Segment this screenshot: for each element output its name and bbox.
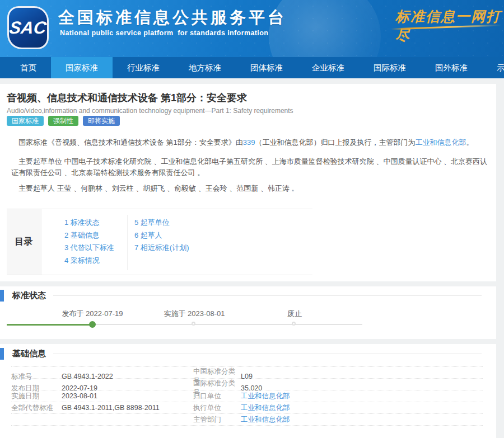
p1-text-mid: （工业和信息化部）归口上报及执行，主管部门为 bbox=[255, 138, 416, 147]
intro-paragraph-3: 主要起草人 王莹 、何鹏林 、刘云柱 、胡妍飞 、俞毅敏 、王会玲 、范国新 、… bbox=[11, 183, 488, 194]
content-card: 音视频、信息技术和通信技术设备 第1部分：安全要求 Audio/video,in… bbox=[0, 84, 496, 438]
badge-mandatory: 强制性 bbox=[48, 116, 78, 126]
main-nav: 首页国家标准行业标准地方标准团体标准企业标准国际标准国外标准示范试点技术委员会 bbox=[0, 57, 504, 78]
badge-upcoming-implementation: 即将实施 bbox=[83, 116, 120, 126]
section-header-basic: 基础信息 bbox=[0, 348, 496, 360]
field-value-link[interactable]: 工业和信息化部 bbox=[241, 416, 290, 423]
field-label: 归口单位 bbox=[193, 392, 241, 401]
status-timeline: 发布于 2022-07-19实施于 2023-08-01废止 bbox=[7, 308, 371, 333]
section-accent-bar bbox=[0, 290, 4, 302]
section-separator bbox=[0, 339, 504, 344]
field-value: GB 4943.1-2022 bbox=[62, 373, 193, 380]
toc-link[interactable]: 3 代替以下标准 bbox=[64, 243, 114, 252]
section-accent-bar bbox=[0, 348, 4, 360]
toc-link[interactable]: 5 起草单位 bbox=[134, 218, 170, 227]
toc-link[interactable]: 2 基础信息 bbox=[64, 231, 100, 239]
nav-item-local-standard[interactable]: 地方标准 bbox=[174, 57, 236, 78]
intro-paragraph-1: 国家标准《音视频、信息技术和通信技术设备 第1部分：安全要求》由339（工业和信… bbox=[11, 137, 488, 148]
timeline-dot-pending bbox=[192, 322, 195, 326]
section-title-status: 标准状态 bbox=[12, 290, 46, 301]
toc-link[interactable]: 7 相近标准(计划) bbox=[134, 243, 189, 252]
section-title-basic: 基础信息 bbox=[12, 348, 46, 359]
nav-item-foreign-standard[interactable]: 国外标准 bbox=[421, 57, 482, 78]
table-row: 主管部门工业和信息化部 bbox=[11, 414, 483, 426]
timeline-label: 实施于 2023-08-01 bbox=[164, 309, 225, 319]
link-339[interactable]: 339 bbox=[243, 138, 255, 147]
nav-item-home[interactable]: 首页 bbox=[6, 57, 51, 78]
field-value-link[interactable]: 工业和信息化部 bbox=[241, 404, 290, 412]
toc-link[interactable]: 6 起草人 bbox=[134, 231, 162, 239]
timeline-progress bbox=[7, 324, 92, 326]
nav-item-international-standard[interactable]: 国际标准 bbox=[359, 57, 421, 78]
timeline-label: 发布于 2022-07-19 bbox=[62, 309, 123, 319]
standard-title-cn: 音视频、信息技术和通信技术设备 第1部分：安全要求 bbox=[7, 91, 247, 105]
intro-paragraph-2: 主要起草单位 中国电子技术标准化研究院 、工业和信息化部电子第五研究所 、上海市… bbox=[11, 156, 488, 178]
field-value: L09 bbox=[241, 373, 483, 380]
field-value: 工业和信息化部 bbox=[241, 403, 483, 413]
nav-item-demonstration-pilot[interactable]: 示范试点 bbox=[482, 57, 504, 78]
toc-divider bbox=[127, 215, 128, 270]
section-rule bbox=[53, 295, 482, 296]
field-value-link[interactable]: 工业和信息化部 bbox=[241, 392, 290, 400]
section-header-status: 标准状态 bbox=[0, 290, 496, 302]
sac-logo-text: SAC bbox=[8, 18, 48, 38]
table-row: 标准号GB 4943.1-2022中国标准分类号L09 bbox=[11, 367, 483, 379]
toc-column-1: 1 标准状态2 基础信息3 代替以下标准4 采标情况 bbox=[64, 216, 114, 267]
page: SAC 全国标准信息公共服务平台 National public service… bbox=[0, 0, 504, 438]
timeline-dot-pending bbox=[292, 322, 296, 326]
field-value: 工业和信息化部 bbox=[241, 415, 483, 425]
link-ministry[interactable]: 工业和信息化部 bbox=[416, 138, 466, 147]
toc-column-2: 5 起草单位6 起草人7 相近标准(计划) bbox=[134, 216, 189, 255]
field-label: 标准号 bbox=[11, 372, 62, 382]
timeline-label: 废止 bbox=[287, 309, 302, 319]
p1-text: 国家标准《音视频、信息技术和通信技术设备 第1部分：安全要求》由 bbox=[18, 138, 243, 147]
nav-item-national-standard[interactable]: 国家标准 bbox=[51, 57, 113, 78]
platform-title-en: National public service platform for sta… bbox=[60, 29, 268, 37]
toc-link[interactable]: 1 标准状态 bbox=[64, 218, 100, 227]
standard-title-en: Audio/video,information and communicatio… bbox=[7, 107, 293, 115]
timeline-dot-done bbox=[89, 321, 96, 328]
toc-box: 目录 1 标准状态2 基础信息3 代替以下标准4 采标情况 5 起草单位6 起草… bbox=[7, 209, 312, 275]
p1-text-end: 。 bbox=[466, 138, 474, 147]
field-value: 2022-07-19 bbox=[62, 384, 193, 392]
badge-group: 国家标准强制性即将实施 bbox=[7, 116, 120, 126]
nav-item-group-standard[interactable]: 团体标准 bbox=[236, 57, 297, 78]
section-rule bbox=[53, 354, 482, 354]
toc-label: 目录 bbox=[7, 209, 41, 275]
sac-logo[interactable]: SAC bbox=[7, 6, 49, 49]
table-row: 实施日期2023-08-01归口单位工业和信息化部 bbox=[11, 390, 483, 402]
field-label: 主管部门 bbox=[193, 415, 241, 425]
field-value: GB 4943.1-2011,GB 8898-2011 bbox=[62, 404, 193, 412]
field-label: 全部代替标准 bbox=[11, 403, 62, 413]
field-label: 执行单位 bbox=[193, 403, 241, 413]
platform-title-cn: 全国标准信息公共服务平台 bbox=[58, 7, 287, 29]
table-row: 全部代替标准GB 4943.1-2011,GB 8898-2011执行单位工业和… bbox=[11, 402, 483, 414]
table-row: 发布日期2022-07-19国际标准分类号35.020 bbox=[11, 379, 483, 390]
field-label: 实施日期 bbox=[11, 392, 62, 401]
field-value: 工业和信息化部 bbox=[241, 392, 483, 401]
section-separator bbox=[0, 281, 504, 286]
toc-link[interactable]: 4 采标情况 bbox=[64, 256, 100, 265]
basic-info-table: 标准号GB 4943.1-2022中国标准分类号L09发布日期2022-07-1… bbox=[11, 366, 483, 426]
site-header: SAC 全国标准信息公共服务平台 National public service… bbox=[0, 0, 504, 57]
field-value: 2023-08-01 bbox=[62, 392, 193, 400]
nav-item-industry-standard[interactable]: 行业标准 bbox=[113, 57, 174, 78]
nav-item-enterprise-standard[interactable]: 企业标准 bbox=[297, 57, 359, 78]
badge-national-standard: 国家标准 bbox=[7, 116, 44, 126]
